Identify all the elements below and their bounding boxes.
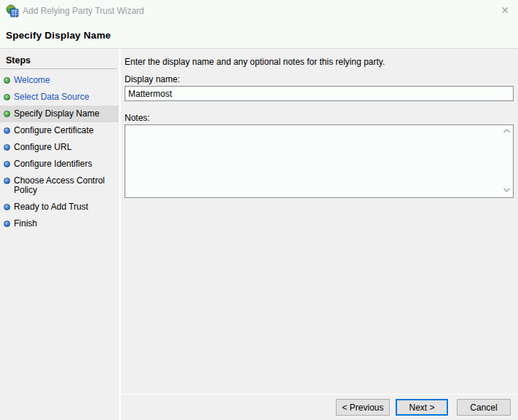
- notes-scrollbar[interactable]: [501, 126, 512, 197]
- step-bullet-icon: [4, 127, 10, 134]
- display-name-input[interactable]: [125, 86, 514, 101]
- sidebar-step-configure-identifiers[interactable]: Configure Identifiers: [0, 156, 119, 173]
- step-label: Choose Access Control Policy: [14, 175, 105, 195]
- main-pane: Enter the display name and any optional …: [121, 49, 518, 420]
- sidebar-step-ready-to-add-trust[interactable]: Ready to Add Trust: [0, 199, 119, 215]
- wizard-icon: [6, 4, 19, 17]
- step-bullet-icon: [4, 94, 10, 100]
- step-bullet-icon: [4, 204, 10, 210]
- sidebar-step-welcome[interactable]: Welcome: [0, 72, 119, 89]
- step-label: Specify Display Name: [14, 108, 99, 119]
- step-bullet-icon: [4, 77, 10, 84]
- step-bullet-icon: [4, 144, 10, 151]
- page-title: Specify Display Name: [6, 30, 111, 41]
- notes-field-frame: [125, 124, 514, 198]
- dialog-body: Steps Welcome Select Data Source Specify…: [0, 49, 518, 420]
- steps-list: Welcome Select Data Source Specify Displ…: [0, 72, 119, 232]
- window-title: Add Relying Party Trust Wizard: [23, 6, 144, 16]
- steps-header: Steps: [0, 49, 117, 69]
- next-button[interactable]: Next >: [396, 399, 448, 416]
- header-band: Add Relying Party Trust Wizard ✕ Specify…: [0, 0, 518, 49]
- step-label: Configure Identifiers: [14, 159, 92, 169]
- step-bullet-icon: [4, 161, 10, 167]
- sidebar-step-specify-display-name[interactable]: Specify Display Name: [0, 106, 119, 122]
- sidebar-step-finish[interactable]: Finish: [0, 215, 119, 232]
- sidebar-step-select-data-source[interactable]: Select Data Source: [0, 89, 119, 106]
- step-label: Welcome: [14, 75, 50, 85]
- step-bullet-icon: [4, 221, 10, 227]
- notes-textarea[interactable]: [125, 125, 500, 197]
- add-relying-party-trust-wizard-dialog: Add Relying Party Trust Wizard ✕ Specify…: [0, 0, 518, 420]
- step-bullet-icon: [4, 178, 10, 184]
- cancel-button[interactable]: Cancel: [457, 399, 511, 416]
- chevron-down-icon[interactable]: [501, 185, 512, 197]
- button-bar-separator: [121, 394, 518, 395]
- step-label: Select Data Source: [14, 92, 89, 102]
- intro-text: Enter the display name and any optional …: [125, 57, 385, 67]
- step-label: Ready to Add Trust: [14, 202, 88, 212]
- close-icon[interactable]: ✕: [498, 3, 512, 17]
- step-bullet-icon: [4, 111, 10, 117]
- titlebar: Add Relying Party Trust Wizard ✕: [0, 0, 518, 20]
- steps-sidebar: Steps Welcome Select Data Source Specify…: [0, 49, 121, 420]
- sidebar-step-configure-url[interactable]: Configure URL: [0, 139, 119, 156]
- notes-label: Notes:: [125, 113, 150, 123]
- step-label: Configure URL: [14, 142, 71, 152]
- step-label: Configure Certificate: [14, 125, 93, 135]
- display-name-label: Display name:: [125, 74, 180, 84]
- chevron-up-icon[interactable]: [501, 126, 512, 138]
- step-label: Finish: [14, 218, 37, 229]
- previous-button[interactable]: < Previous: [336, 399, 390, 416]
- sidebar-step-configure-certificate[interactable]: Configure Certificate: [0, 122, 119, 139]
- sidebar-step-choose-access-control-policy[interactable]: Choose Access Control Policy: [0, 173, 119, 199]
